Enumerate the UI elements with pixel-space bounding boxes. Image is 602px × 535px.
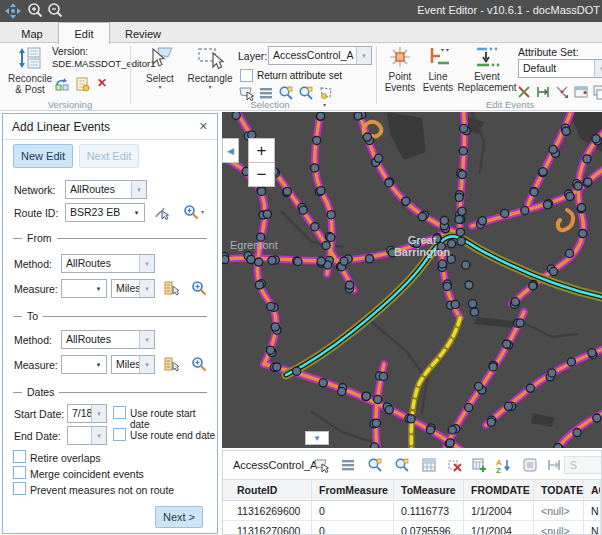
layer-label: Layer: <box>238 50 267 62</box>
split-event-icon[interactable] <box>516 84 532 100</box>
col-todate[interactable]: TODATE <box>534 480 584 500</box>
use-route-start-date-checkbox[interactable] <box>113 406 126 419</box>
table-row[interactable]: 11316270600 0 0.0795596 1/1/2004 <null> … <box>223 521 601 535</box>
delete-version-icon[interactable]: ✕ <box>95 76 109 90</box>
tab-edit[interactable]: Edit <box>58 22 110 44</box>
end-date-arrow-icon[interactable]: ▾ <box>91 427 106 444</box>
from-measure-arrow-icon[interactable]: ▾ <box>91 280 106 297</box>
map-view[interactable]: Egremont Great Barrington ◀ + − ▼ <box>222 112 602 448</box>
network-value: AllRoutes <box>66 181 131 198</box>
table-select-shape-icon[interactable] <box>313 457 329 473</box>
to-method-arrow-icon[interactable]: ▾ <box>139 331 154 348</box>
event-attributes-panel-icon[interactable] <box>573 84 589 100</box>
event-replacement-label-1: Event <box>474 71 500 82</box>
copy-attributes-icon[interactable] <box>592 84 602 100</box>
start-date-arrow-icon[interactable]: ▾ <box>91 405 106 422</box>
return-attribute-set-checkbox[interactable] <box>240 69 253 82</box>
next-edit-button[interactable]: Next Edit <box>79 144 139 168</box>
from-method-arrow-icon[interactable]: ▾ <box>139 255 154 272</box>
attribute-set-combo[interactable]: Default ▾ <box>518 59 602 78</box>
from-measure-combo[interactable]: ▾ <box>61 279 107 298</box>
line-events-label-2: Events <box>423 82 454 93</box>
col-ac[interactable]: AC <box>584 480 601 500</box>
route-id-arrow-icon[interactable]: ▾ <box>129 204 144 221</box>
table-row[interactable]: 11316269600 0 0.1116773 1/1/2004 <null> … <box>223 501 601 521</box>
col-tomeasure[interactable]: ToMeasure <box>394 480 464 500</box>
table-pan-to-selected-icon[interactable] <box>394 457 410 473</box>
next-button[interactable]: Next > <box>155 506 203 528</box>
collapse-panel-button[interactable]: ◀ <box>222 138 239 163</box>
from-method-combo[interactable]: AllRoutes ▾ <box>61 254 155 273</box>
end-date-combo[interactable]: ▾ <box>67 426 107 445</box>
col-routeid[interactable]: RouteID <box>223 480 312 500</box>
route-zoom-icon[interactable] <box>183 204 199 220</box>
version-changes-icon[interactable] <box>54 76 70 92</box>
rectangle-button[interactable]: Rectangle ▾ <box>186 45 234 90</box>
map-zoom-out-button[interactable]: − <box>248 162 275 187</box>
from-units-combo[interactable]: Miles ▾ <box>111 279 155 298</box>
prevent-measures-label: Prevent measures not on route <box>30 484 174 496</box>
table-add-record-icon[interactable] <box>471 457 487 473</box>
network-combo[interactable]: AllRoutes ▾ <box>65 180 147 199</box>
map-zoom-in-button[interactable]: + <box>248 138 275 163</box>
window-title: Event Editor - v10.6.1 - docMassDOT <box>417 4 600 16</box>
from-units-arrow-icon[interactable]: ▾ <box>139 280 154 297</box>
to-units-arrow-icon[interactable]: ▾ <box>139 356 154 373</box>
table-clear-selection-icon[interactable] <box>447 457 463 473</box>
svg-text:Z: Z <box>496 466 501 474</box>
select-button[interactable]: Select ▾ <box>138 45 182 90</box>
table-header-row: RouteID FromMeasure ToMeasure FROMDATE T… <box>223 479 601 501</box>
reconcile-post-button[interactable]: Reconcile & Post <box>6 45 54 95</box>
add-linear-events-panel: Add Linear Events ✕ New Edit Next Edit N… <box>2 113 218 534</box>
table-search-input[interactable]: S <box>564 456 602 474</box>
to-measure-picker-icon[interactable] <box>163 356 179 372</box>
prevent-measures-checkbox[interactable] <box>13 482 26 495</box>
zoom-in-icon[interactable] <box>26 2 44 20</box>
tab-map[interactable]: Map <box>8 24 56 43</box>
col-fromdate[interactable]: FROMDATE <box>464 480 534 500</box>
table-report-icon[interactable] <box>522 457 538 473</box>
network-arrow-icon[interactable]: ▾ <box>131 181 146 198</box>
from-measure-zoom-icon[interactable] <box>191 280 207 296</box>
table-measure-icon[interactable] <box>546 457 562 473</box>
new-version-icon[interactable] <box>74 76 90 92</box>
select-route-on-map-icon[interactable] <box>153 204 169 220</box>
route-id-combo[interactable]: BSR23 EB ▾ <box>65 203 145 222</box>
col-frommeasure[interactable]: FromMeasure <box>312 480 394 500</box>
to-measure-combo[interactable]: ▾ <box>61 355 107 374</box>
merge-coincident-events-checkbox[interactable] <box>13 466 26 479</box>
event-replacement-button[interactable]: Event Replacement <box>458 45 516 93</box>
measure-event-icon[interactable] <box>535 84 551 100</box>
from-units-value: Miles <box>112 280 139 297</box>
to-measure-arrow-icon[interactable]: ▾ <box>91 356 106 373</box>
table-sort-icon[interactable]: A Z <box>495 457 511 473</box>
to-method-combo[interactable]: AllRoutes ▾ <box>61 330 155 349</box>
rectangle-dropdown-icon[interactable]: ▾ <box>208 84 211 90</box>
to-measure-zoom-icon[interactable] <box>191 356 207 372</box>
attribute-set-label: Attribute Set: <box>518 46 579 58</box>
from-measure-value <box>62 280 91 297</box>
point-events-button[interactable]: Point Events <box>382 45 418 93</box>
retire-overlaps-checkbox[interactable] <box>13 450 26 463</box>
zoom-out-icon[interactable] <box>46 2 64 20</box>
from-measure-picker-icon[interactable] <box>163 280 179 296</box>
panel-close-icon[interactable]: ✕ <box>199 120 208 133</box>
table-zoom-to-selected-icon[interactable] <box>367 457 383 473</box>
snap-event-icon[interactable] <box>554 84 570 100</box>
layer-combo[interactable]: AccessControl_A ▾ <box>268 46 372 65</box>
table-field-calculator-icon[interactable] <box>421 457 437 473</box>
new-edit-button[interactable]: New Edit <box>13 144 73 168</box>
attribute-set-arrow-icon[interactable]: ▾ <box>594 60 602 77</box>
pan-icon[interactable] <box>4 2 22 20</box>
to-units-combo[interactable]: Miles ▾ <box>111 355 155 374</box>
select-dropdown-icon[interactable]: ▾ <box>158 84 161 90</box>
start-date-combo[interactable]: 7/18/ ▾ <box>67 404 107 423</box>
tab-review[interactable]: Review <box>115 24 171 43</box>
collapse-table-button[interactable]: ▼ <box>305 431 329 445</box>
network-label: Network: <box>14 184 55 196</box>
table-selection-list-icon[interactable] <box>340 457 356 473</box>
line-events-button[interactable]: Line Events <box>420 45 456 93</box>
use-route-end-date-checkbox[interactable] <box>113 428 126 441</box>
layer-combo-arrow-icon[interactable]: ▾ <box>356 47 371 64</box>
route-zoom-dropdown-icon[interactable]: ▾ <box>201 209 204 215</box>
